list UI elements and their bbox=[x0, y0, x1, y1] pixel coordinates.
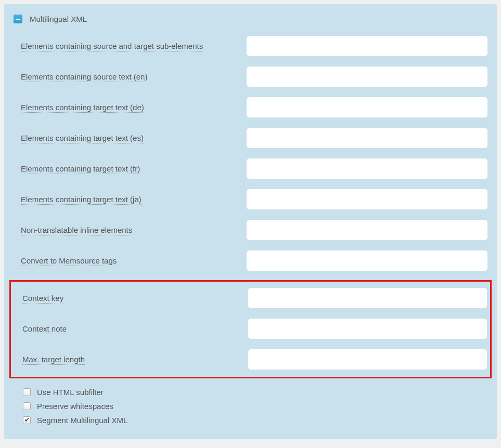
row-source-text-en: Elements containing source text (en) bbox=[14, 65, 487, 88]
input-context-note[interactable] bbox=[248, 319, 487, 339]
collapse-icon[interactable] bbox=[14, 15, 22, 23]
row-max-target-length: Max. target length bbox=[14, 348, 487, 371]
checkbox-use-html-subfilter[interactable] bbox=[23, 388, 31, 396]
input-target-text-de[interactable] bbox=[247, 97, 487, 117]
input-source-text-en[interactable] bbox=[247, 67, 487, 87]
label-max-target-length: Max. target length bbox=[14, 355, 248, 364]
label-segment-multilingual-xml: Segment Multilingual XML bbox=[37, 416, 127, 425]
row-convert-tags: Convert to Memsource tags bbox=[14, 249, 487, 272]
row-use-html-subfilter: Use HTML subfilter bbox=[14, 388, 487, 397]
input-non-translatable[interactable] bbox=[247, 220, 487, 240]
row-source-target-elements: Elements containing source and target su… bbox=[14, 35, 487, 57]
label-non-translatable: Non-translatable inline elements bbox=[14, 226, 247, 234]
row-segment-multilingual-xml: Segment Multilingual XML bbox=[14, 416, 487, 425]
label-source-target-elements: Elements containing source and target su… bbox=[14, 42, 247, 50]
label-target-text-es: Elements containing target text (es) bbox=[14, 134, 247, 142]
label-target-text-de: Elements containing target text (de) bbox=[14, 103, 247, 112]
input-context-key[interactable] bbox=[248, 288, 487, 308]
panel-header: Multilingual XML bbox=[14, 15, 487, 23]
highlight-box: Context key Context note Max. target len… bbox=[9, 280, 492, 378]
multilingual-xml-panel: Multilingual XML Elements containing sou… bbox=[4, 4, 497, 439]
input-target-text-es[interactable] bbox=[247, 128, 487, 148]
label-preserve-whitespaces: Preserve whitespaces bbox=[37, 402, 113, 411]
label-context-note: Context note bbox=[14, 324, 248, 333]
input-source-target-elements[interactable] bbox=[247, 36, 487, 56]
checkbox-segment-multilingual-xml[interactable] bbox=[23, 416, 31, 424]
label-source-text-en: Elements containing source text (en) bbox=[14, 72, 247, 81]
label-use-html-subfilter: Use HTML subfilter bbox=[37, 388, 104, 397]
row-non-translatable: Non-translatable inline elements bbox=[14, 219, 487, 241]
label-convert-tags: Convert to Memsource tags bbox=[14, 256, 247, 265]
panel-title: Multilingual XML bbox=[30, 15, 87, 23]
input-target-text-ja[interactable] bbox=[247, 189, 487, 209]
row-context-key: Context key bbox=[14, 287, 487, 309]
label-target-text-ja: Elements containing target text (ja) bbox=[14, 195, 247, 204]
row-target-text-de: Elements containing target text (de) bbox=[14, 96, 487, 118]
row-preserve-whitespaces: Preserve whitespaces bbox=[14, 402, 487, 411]
input-convert-tags[interactable] bbox=[247, 251, 487, 271]
label-target-text-fr: Elements containing target text (fr) bbox=[14, 164, 247, 173]
row-target-text-fr: Elements containing target text (fr) bbox=[14, 157, 487, 180]
input-max-target-length[interactable] bbox=[248, 349, 487, 370]
row-context-note: Context note bbox=[14, 318, 487, 340]
row-target-text-es: Elements containing target text (es) bbox=[14, 127, 487, 149]
input-target-text-fr[interactable] bbox=[247, 159, 487, 179]
row-target-text-ja: Elements containing target text (ja) bbox=[14, 188, 487, 210]
label-context-key: Context key bbox=[14, 294, 248, 302]
checkbox-preserve-whitespaces[interactable] bbox=[23, 402, 31, 410]
